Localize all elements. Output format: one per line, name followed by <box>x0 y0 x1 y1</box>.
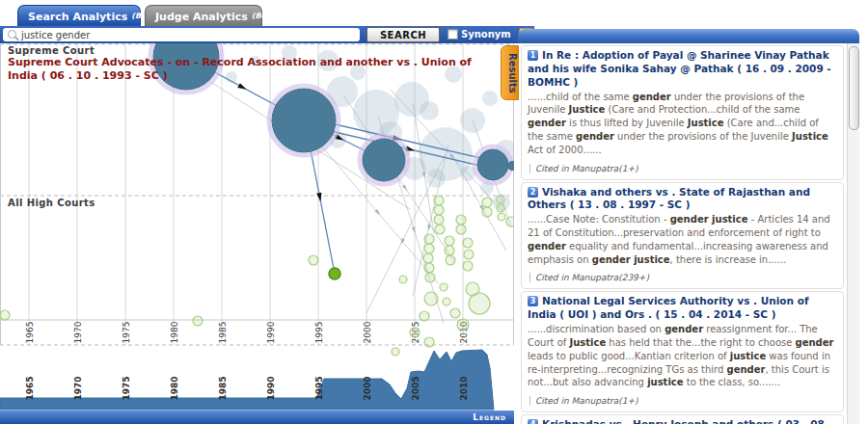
result-number-badge: 4 <box>528 419 538 424</box>
result-number-badge: 3 <box>528 296 538 306</box>
cited-in-manupatra-link[interactable]: Cited in Manupatra(1+) <box>529 396 637 406</box>
synonym-checkbox[interactable] <box>448 29 458 40</box>
result-snippet: ......discrimination based on gender rea… <box>528 323 837 389</box>
search-toolbar: SEARCH Synonym <box>0 26 534 43</box>
results-side-tab[interactable]: Results <box>501 45 519 100</box>
svg-text:1990: 1990 <box>266 376 276 400</box>
result-item[interactable]: 1In Re : Adoption of Payal @ Sharinee Vi… <box>521 45 844 180</box>
result-item[interactable]: 2Vishaka and others vs . State of Rajast… <box>521 182 844 290</box>
result-item[interactable]: 4Krishnadas vs . Henry Joseph and others… <box>521 414 844 424</box>
synonym-option[interactable]: Synonym <box>448 29 511 40</box>
result-title[interactable]: Vishaka and others vs . State of Rajasth… <box>528 186 810 211</box>
synonym-label: Synonym <box>461 29 511 40</box>
beta-badge: (Beta) <box>252 12 279 20</box>
cited-in-manupatra-link[interactable]: Cited in Manupatra(1+) <box>529 164 637 173</box>
result-snippet: ......Case Note: Constitution - gender j… <box>528 213 837 266</box>
result-title[interactable]: Krishnadas vs . Henry Joseph and others … <box>528 418 832 424</box>
svg-text:2000: 2000 <box>363 376 372 400</box>
svg-text:1970: 1970 <box>73 321 83 343</box>
svg-text:2000: 2000 <box>363 321 372 343</box>
selected-case-tooltip: Supreme Court Advocates - on - Record As… <box>8 56 473 83</box>
svg-text:1995: 1995 <box>314 322 324 344</box>
search-button[interactable]: SEARCH <box>366 27 440 42</box>
tab-label: Judge Analytics <box>155 11 248 23</box>
svg-text:1995: 1995 <box>314 376 324 400</box>
cited-in-manupatra-link[interactable]: Cited in Manupatra(239+) <box>529 273 649 282</box>
section-label-supreme-court: Supreme Court <box>8 45 95 56</box>
svg-text:2010: 2010 <box>459 376 469 400</box>
result-number-badge: 1 <box>528 50 538 61</box>
legend-label[interactable]: Legend <box>473 412 506 422</box>
tab-judge-analytics[interactable]: Judge Analytics(Beta) <box>145 5 262 26</box>
svg-text:1965: 1965 <box>25 322 35 344</box>
results-panel-header <box>518 29 859 43</box>
result-snippet: ......child of the same gender under the… <box>528 91 837 157</box>
result-item[interactable]: 3National Legal Services Authority vs . … <box>521 291 844 412</box>
results-list: 1In Re : Adoption of Payal @ Sharinee Vi… <box>518 43 847 424</box>
section-label-all-high-courts: All High Courts <box>8 198 95 208</box>
result-number-badge: 2 <box>528 187 538 198</box>
search-input[interactable] <box>21 29 360 40</box>
result-title[interactable]: National Legal Services Authority vs . U… <box>528 295 808 320</box>
legend-bar[interactable]: Legend <box>0 411 514 424</box>
svg-text:1965: 1965 <box>25 376 35 400</box>
results-panel: 1In Re : Adoption of Payal @ Sharinee Vi… <box>518 29 859 424</box>
svg-text:1970: 1970 <box>73 376 83 400</box>
svg-text:1985: 1985 <box>218 322 228 344</box>
tab-search-analytics[interactable]: Search Analytics(Beta) <box>17 5 141 26</box>
citation-bubble-chart[interactable]: 1965197019751980198519901995200020052010… <box>0 43 514 411</box>
tab-bar: Search Analytics(Beta) Judge Analytics(B… <box>0 0 868 26</box>
result-title[interactable]: In Re : Adoption of Payal @ Sharinee Vin… <box>528 49 831 88</box>
svg-text:1980: 1980 <box>170 376 179 400</box>
svg-text:2005: 2005 <box>411 376 420 400</box>
scrollbar-thumb[interactable] <box>849 46 859 130</box>
svg-text:1980: 1980 <box>170 321 179 343</box>
svg-text:1975: 1975 <box>122 376 131 400</box>
results-side-tab-label: Results <box>507 53 518 93</box>
search-box[interactable] <box>3 28 360 41</box>
svg-text:1985: 1985 <box>218 376 228 400</box>
chart-panel: 1965197019751980198519901995200020052010… <box>0 43 514 424</box>
results-scrollbar[interactable] <box>847 43 859 424</box>
svg-text:1975: 1975 <box>122 322 131 344</box>
search-icon <box>8 30 16 39</box>
tab-label: Search Analytics <box>28 11 127 23</box>
svg-text:1990: 1990 <box>266 321 276 343</box>
